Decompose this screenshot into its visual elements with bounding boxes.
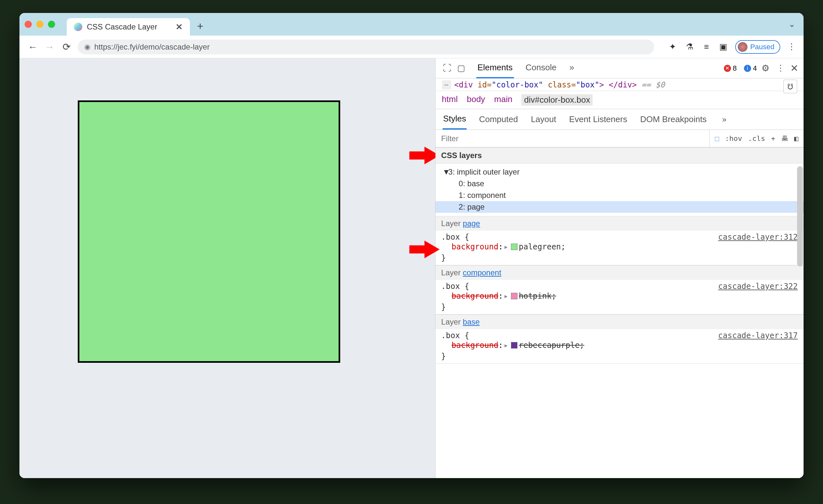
breadcrumb-selected[interactable]: div#color-box.box bbox=[521, 94, 593, 106]
styles-tabs: Styles Computed Layout Event Listeners D… bbox=[436, 109, 804, 130]
info-badge[interactable]: i4 bbox=[744, 64, 757, 72]
devtools-toolbar: ⛶ ▢ Elements Console » ✕8 i4 ⚙ ⋮ ✕ bbox=[436, 58, 804, 78]
site-info-icon[interactable]: ◉ bbox=[84, 43, 91, 51]
main-area: ⛶ ▢ Elements Console » ✕8 i4 ⚙ ⋮ ✕ ⋯ bbox=[19, 58, 804, 478]
elements-dom-line[interactable]: ⋯ <div id="color-box" class="box"> </div… bbox=[436, 78, 804, 91]
back-button[interactable]: ← bbox=[27, 41, 38, 52]
settings-icon[interactable]: ⚙ bbox=[762, 63, 770, 73]
layer-link[interactable]: component bbox=[463, 268, 501, 277]
error-badge[interactable]: ✕8 bbox=[724, 64, 737, 72]
browser-tab[interactable]: CSS Cascade Layer ✕ bbox=[67, 18, 190, 36]
sidebar-toggle-icon[interactable]: ◧ bbox=[794, 134, 798, 143]
extensions-icon[interactable]: ✦ bbox=[668, 42, 677, 52]
url-bar: ← → ⟳ ◉ https://jec.fyi/demo/cascade-lay… bbox=[19, 36, 804, 58]
maximize-window-button[interactable] bbox=[48, 21, 55, 28]
rule-declaration[interactable]: background:▸hotpink; bbox=[436, 291, 804, 303]
rule-declaration[interactable]: background:▸rebeccapurple; bbox=[436, 340, 804, 352]
layer-label: Layer page bbox=[436, 216, 804, 230]
devtools-tabs: Elements Console » bbox=[476, 58, 575, 78]
tab-computed[interactable]: Computed bbox=[478, 110, 518, 129]
address-bar[interactable]: ◉ https://jec.fyi/demo/cascade-layer bbox=[78, 39, 654, 54]
layer-tree-row[interactable]: ▼3: implicit outer layer bbox=[441, 166, 798, 178]
close-tab-button[interactable]: ✕ bbox=[176, 22, 183, 32]
browser-menu-icon[interactable]: ⋮ bbox=[787, 42, 796, 52]
new-rule-button[interactable]: + bbox=[771, 134, 775, 143]
tabs-more[interactable]: » bbox=[568, 58, 575, 78]
styles-filter-input[interactable] bbox=[436, 130, 710, 147]
layer-label: Layer base bbox=[436, 315, 804, 329]
new-tab-button[interactable]: + bbox=[197, 20, 203, 32]
annotation-arrow-icon bbox=[409, 143, 440, 172]
css-layers-header: CSS layers bbox=[436, 147, 804, 164]
tab-dom-breakpoints[interactable]: DOM Breakpoints bbox=[640, 110, 707, 129]
tab-layout[interactable]: Layout bbox=[530, 110, 557, 129]
tab-styles[interactable]: Styles bbox=[443, 109, 467, 130]
color-box bbox=[78, 101, 340, 363]
tab-title: CSS Cascade Layer bbox=[87, 22, 171, 31]
rule-source-link[interactable]: cascade-layer:312 bbox=[718, 232, 798, 241]
toolbar-icons: ✦ ⚗ ≡ ▣ Paused ⋮ bbox=[668, 40, 796, 54]
traffic-lights bbox=[25, 21, 55, 28]
tab-bar: CSS Cascade Layer ✕ + ⌄ bbox=[19, 13, 804, 36]
devtools-menu-icon[interactable]: ⋮ bbox=[774, 63, 787, 73]
layer-link[interactable]: base bbox=[463, 317, 480, 326]
dom-breadcrumb: html body main div#color-box.box bbox=[436, 91, 804, 109]
tabs-dropdown-icon[interactable]: ⌄ bbox=[789, 20, 795, 29]
style-rule: Layer base .box { cascade-layer:317 back… bbox=[436, 315, 804, 364]
layer-tree-row[interactable]: 1: component bbox=[441, 189, 798, 201]
style-rule: Layer component .box { cascade-layer:322… bbox=[436, 265, 804, 315]
rule-selector[interactable]: .box { bbox=[441, 232, 470, 241]
css-layers-tree: ▼3: implicit outer layer 0: base 1: comp… bbox=[436, 164, 804, 216]
rule-selector[interactable]: .box { bbox=[441, 282, 470, 291]
rule-source-link[interactable]: cascade-layer:322 bbox=[718, 282, 798, 291]
accessibility-icon[interactable]: ☋ bbox=[784, 80, 797, 93]
close-window-button[interactable] bbox=[25, 21, 32, 28]
scrollbar[interactable] bbox=[797, 166, 803, 267]
styles-tabs-more[interactable]: » bbox=[721, 111, 727, 129]
hov-toggle[interactable]: :hov bbox=[725, 134, 742, 143]
reload-button[interactable]: ⟳ bbox=[61, 41, 72, 52]
styles-tools: ⬚ :hov .cls + 🖶 ◧ bbox=[709, 134, 804, 143]
breadcrumb-main[interactable]: main bbox=[494, 94, 512, 106]
styles-filter-row: ⬚ :hov .cls + 🖶 ◧ bbox=[436, 130, 804, 147]
panel-icon[interactable]: ▣ bbox=[718, 42, 728, 52]
device-toggle-icon[interactable]: ▢ bbox=[455, 63, 468, 73]
annotation-arrow-icon bbox=[409, 236, 440, 266]
rule-source-link[interactable]: cascade-layer:317 bbox=[718, 331, 798, 340]
minimize-window-button[interactable] bbox=[36, 21, 43, 28]
tab-elements[interactable]: Elements bbox=[476, 58, 514, 78]
labs-icon[interactable]: ⚗ bbox=[685, 42, 694, 52]
breadcrumb-html[interactable]: html bbox=[442, 94, 458, 106]
playlist-icon[interactable]: ≡ bbox=[701, 42, 711, 52]
paused-label: Paused bbox=[750, 43, 774, 51]
avatar bbox=[738, 42, 748, 52]
layers-toggle-icon[interactable]: ⬚ bbox=[715, 134, 719, 143]
breadcrumb-body[interactable]: body bbox=[467, 94, 485, 106]
url-text: https://jec.fyi/demo/cascade-layer bbox=[94, 42, 210, 51]
layer-link[interactable]: page bbox=[463, 219, 480, 228]
print-icon[interactable]: 🖶 bbox=[781, 134, 788, 143]
layer-label: Layer component bbox=[436, 265, 804, 280]
close-devtools-button[interactable]: ✕ bbox=[790, 62, 798, 74]
rule-close-brace: } bbox=[436, 352, 804, 363]
tab-console[interactable]: Console bbox=[524, 58, 558, 78]
page-viewport bbox=[19, 58, 435, 478]
favicon bbox=[74, 23, 82, 31]
cls-toggle[interactable]: .cls bbox=[748, 134, 765, 143]
rule-close-brace: } bbox=[436, 303, 804, 314]
collapsed-indicator[interactable]: ⋯ bbox=[442, 80, 451, 90]
layer-tree-row-selected[interactable]: 2: page bbox=[436, 201, 804, 213]
styles-body: CSS layers ▼3: implicit outer layer 0: b… bbox=[436, 147, 804, 478]
devtools-panel: ⛶ ▢ Elements Console » ✕8 i4 ⚙ ⋮ ✕ ⋯ bbox=[435, 58, 804, 478]
style-rule: Layer page .box { cascade-layer:312 back… bbox=[436, 216, 804, 265]
inspect-element-icon[interactable]: ⛶ bbox=[441, 63, 454, 73]
rule-close-brace: } bbox=[436, 253, 804, 265]
rule-selector[interactable]: .box { bbox=[441, 331, 470, 340]
paused-chip[interactable]: Paused bbox=[735, 40, 780, 54]
rule-declaration[interactable]: background:▸palegreen; bbox=[436, 241, 804, 253]
browser-window: CSS Cascade Layer ✕ + ⌄ ← → ⟳ ◉ https://… bbox=[19, 13, 804, 478]
tab-event-listeners[interactable]: Event Listeners bbox=[568, 110, 628, 129]
forward-button[interactable]: → bbox=[44, 41, 55, 52]
layer-tree-row[interactable]: 0: base bbox=[441, 178, 798, 189]
